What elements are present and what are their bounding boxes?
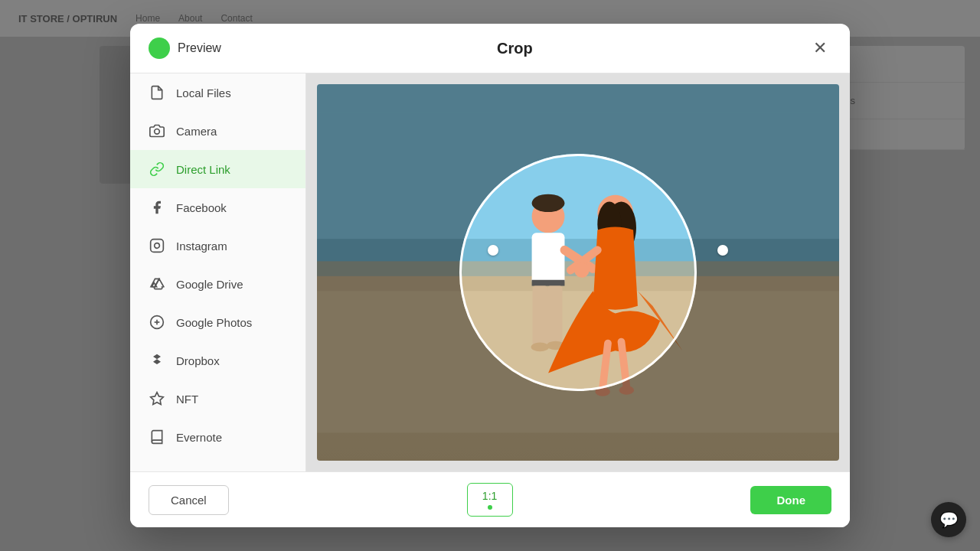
modal-header: Preview Crop ✕ bbox=[130, 24, 850, 73]
sidebar-item-camera[interactable]: Camera bbox=[130, 112, 305, 150]
sidebar-label-evernote: Evernote bbox=[176, 431, 222, 444]
sidebar-item-direct-link[interactable]: Direct Link bbox=[130, 150, 305, 188]
crop-handle-top-right[interactable] bbox=[717, 245, 728, 256]
done-button[interactable]: Done bbox=[750, 486, 831, 514]
ratio-label: 1:1 bbox=[482, 490, 497, 502]
svg-point-27 bbox=[619, 386, 634, 395]
link-icon bbox=[149, 161, 165, 178]
sidebar-item-local-files[interactable]: Local Files bbox=[130, 73, 305, 112]
facebook-icon bbox=[149, 199, 165, 216]
sidebar-item-evernote[interactable]: Evernote bbox=[130, 418, 305, 456]
google-drive-icon bbox=[149, 276, 165, 292]
sidebar-label-nft: NFT bbox=[176, 393, 198, 406]
modal-header-left: Preview bbox=[149, 37, 221, 59]
evernote-icon bbox=[149, 429, 165, 445]
cancel-button[interactable]: Cancel bbox=[149, 485, 229, 515]
ratio-button-1-1[interactable]: 1:1 bbox=[467, 483, 513, 517]
sidebar-item-google-drive[interactable]: Google Drive bbox=[130, 265, 305, 303]
sidebar-label-camera: Camera bbox=[176, 125, 217, 138]
ratio-active-dot bbox=[488, 505, 492, 510]
crop-area[interactable] bbox=[306, 73, 850, 471]
close-button[interactable]: ✕ bbox=[808, 38, 831, 58]
sidebar-item-instagram[interactable]: Instagram bbox=[130, 227, 305, 265]
chat-bubble-icon: 💬 bbox=[939, 510, 959, 529]
modal-title: Crop bbox=[221, 40, 808, 57]
dropbox-icon bbox=[149, 352, 165, 369]
sidebar-label-local-files: Local Files bbox=[176, 86, 231, 99]
nft-icon bbox=[149, 390, 165, 407]
sidebar-label-dropbox: Dropbox bbox=[176, 354, 220, 367]
crop-modal: Preview Crop ✕ Local Files Camera bbox=[130, 24, 850, 527]
modal-footer: Cancel 1:1 Done bbox=[130, 471, 850, 527]
sidebar-item-nft[interactable]: NFT bbox=[130, 380, 305, 418]
sidebar-label-facebook: Facebook bbox=[176, 201, 227, 214]
google-photos-icon bbox=[149, 314, 165, 331]
chat-bubble-button[interactable]: 💬 bbox=[931, 502, 966, 537]
modal-body: Local Files Camera Direct Link bbox=[130, 73, 850, 471]
camera-icon bbox=[149, 122, 165, 139]
instagram-icon bbox=[149, 237, 165, 254]
preview-dot bbox=[149, 37, 170, 59]
sidebar-label-direct-link: Direct Link bbox=[176, 163, 230, 176]
sidebar-label-google-photos: Google Photos bbox=[176, 316, 252, 329]
sidebar-item-google-photos[interactable]: Google Photos bbox=[130, 303, 305, 341]
sidebar-item-dropbox[interactable]: Dropbox bbox=[130, 341, 305, 380]
sidebar-label-google-drive: Google Drive bbox=[176, 278, 243, 291]
crop-handle-top-left[interactable] bbox=[488, 245, 498, 256]
sidebar-label-instagram: Instagram bbox=[176, 240, 227, 253]
circle-crop-overlay[interactable] bbox=[459, 154, 697, 391]
file-icon bbox=[149, 84, 165, 101]
sidebar: Local Files Camera Direct Link bbox=[130, 73, 306, 471]
svg-point-0 bbox=[155, 129, 160, 135]
svg-marker-6 bbox=[151, 393, 164, 405]
sidebar-item-facebook[interactable]: Facebook bbox=[130, 188, 305, 227]
svg-rect-1 bbox=[151, 240, 164, 253]
preview-label: Preview bbox=[178, 41, 221, 55]
crop-image-container bbox=[317, 84, 839, 461]
